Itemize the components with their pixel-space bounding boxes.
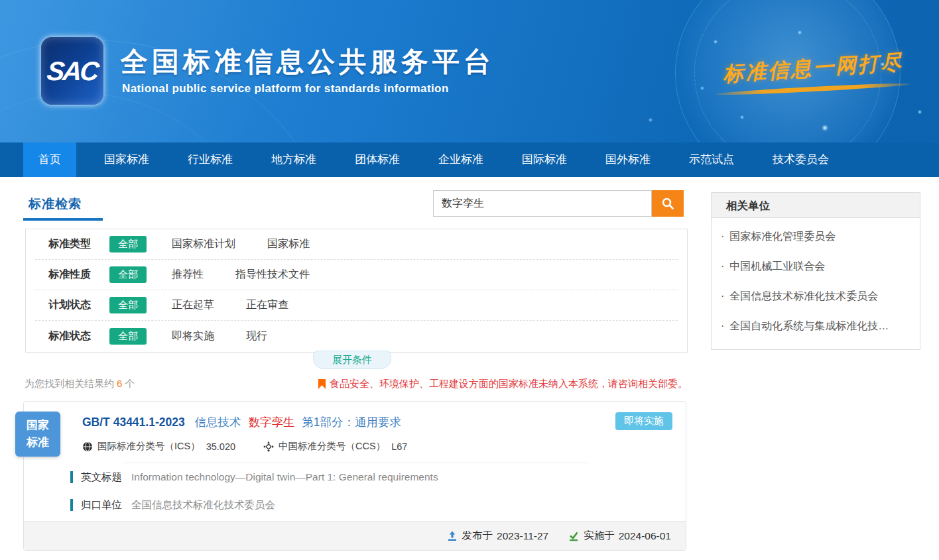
nav-item-local-standards[interactable]: 地方标准 xyxy=(261,142,327,177)
standard-type-badge: 国家 标准 xyxy=(15,412,60,457)
standard-code: GB/T 43441.1-2023 xyxy=(82,416,185,429)
nav-item-international-standards[interactable]: 国际标准 xyxy=(511,142,578,177)
upload-icon xyxy=(447,531,458,541)
filter-option[interactable]: 正在审查 xyxy=(246,298,288,312)
notice-text: 食品安全、环境保护、工程建设方面的国家标准未纳入本系统，请咨询相关部委。 xyxy=(330,378,688,390)
title-underline xyxy=(23,218,103,221)
main-nav: 首页 国家标准 行业标准 地方标准 团体标准 企业标准 国际标准 国外标准 示范… xyxy=(0,142,939,177)
nav-item-industry-standards[interactable]: 行业标准 xyxy=(177,142,243,177)
content: 标准检索 标准类型 全部 国家标准计划 国家标准 标准性质 xyxy=(0,177,939,560)
standard-result-card: 国家 标准 GB/T 43441.1-2023 信息技术 数字孪生 第1部分：通… xyxy=(23,401,686,551)
nav-item-technical-committee[interactable]: 技术委员会 xyxy=(762,142,840,177)
ics-label: 国际标准分类号（ICS） xyxy=(97,440,200,453)
divider xyxy=(123,463,589,463)
filter-option[interactable]: 现行 xyxy=(246,329,267,343)
filter-box: 标准类型 全部 国家标准计划 国家标准 标准性质 全部 推荐性 指导性技术文件 … xyxy=(25,229,688,353)
filter-option[interactable]: 即将实施 xyxy=(172,329,214,343)
nav-item-pilot[interactable]: 示范试点 xyxy=(678,142,745,177)
system-notice: 食品安全、环境保护、工程建设方面的国家标准未纳入本系统，请咨询相关部委。 xyxy=(318,378,688,390)
result-count-number: 6 xyxy=(117,378,122,389)
filter-option[interactable]: 正在起草 xyxy=(172,298,214,312)
published-date-item: 发布于 2023-11-27 xyxy=(447,529,549,543)
standard-title-link[interactable]: GB/T 43441.1-2023 信息技术 数字孪生 第1部分：通用要求 xyxy=(82,414,599,430)
filter-row-plan-status: 计划状态 全部 正在起草 正在审查 xyxy=(35,290,678,321)
sac-logo-text: SAC xyxy=(46,56,99,86)
standard-title-highlight: 数字孪生 xyxy=(248,416,294,429)
expand-conditions-button[interactable]: 展开条件 xyxy=(313,351,391,369)
filter-label: 标准类型 xyxy=(48,237,109,251)
compass-icon xyxy=(263,441,274,452)
bookmark-icon xyxy=(318,379,326,389)
row-accent-bar xyxy=(70,499,73,511)
filter-label: 标准性质 xyxy=(48,268,109,282)
page: SAC 全国标准信息公共服务平台 National public service… xyxy=(0,0,939,560)
related-unit-link[interactable]: 中国机械工业联合会 xyxy=(712,252,920,282)
search-input[interactable] xyxy=(433,190,652,217)
filter-row-standard-status: 标准状态 全部 即将实施 现行 xyxy=(35,321,678,351)
nav-item-foreign-standards[interactable]: 国外标准 xyxy=(595,142,661,177)
committee-row: 归口单位 全国信息技术标准化技术委员会 xyxy=(70,491,686,519)
row-accent-bar xyxy=(70,471,73,483)
filter-option[interactable]: 国家标准 xyxy=(267,237,310,251)
published-label: 发布于 xyxy=(462,529,493,543)
filter-all-button[interactable]: 全部 xyxy=(109,328,147,345)
ccs-label: 中国标准分类号（CCS） xyxy=(279,440,385,453)
filter-all-button[interactable]: 全部 xyxy=(109,266,147,283)
filter-all-button[interactable]: 全部 xyxy=(109,297,147,313)
badge-line: 标准 xyxy=(27,434,49,451)
site-title: 全国标准信息公共服务平台 xyxy=(121,44,495,80)
search-button[interactable] xyxy=(652,190,684,217)
english-title-row: 英文标题 Information technology—Digital twin… xyxy=(70,463,686,491)
implemented-date-item: 实施于 2024-06-01 xyxy=(568,529,671,543)
page-title: 标准检索 xyxy=(29,196,82,213)
ics-value: 35.020 xyxy=(206,441,235,452)
ccs-value: L67 xyxy=(391,441,407,452)
check-icon xyxy=(568,531,579,541)
filter-option[interactable]: 推荐性 xyxy=(172,268,204,282)
related-units-title: 相关单位 xyxy=(712,193,920,218)
filter-row-standard-type: 标准类型 全部 国家标准计划 国家标准 xyxy=(35,229,678,260)
globe-icon xyxy=(82,441,93,452)
card-head: GB/T 43441.1-2023 信息技术 数字孪生 第1部分：通用要求 即将… xyxy=(24,402,686,463)
sac-logo[interactable]: SAC xyxy=(41,37,103,105)
nav-list: 首页 国家标准 行业标准 地方标准 团体标准 企业标准 国际标准 国外标准 示范… xyxy=(0,142,939,177)
result-count-prefix: 为您找到相关结果约 xyxy=(25,378,114,389)
badge-line: 国家 xyxy=(27,417,49,434)
filter-label: 计划状态 xyxy=(48,298,109,312)
nav-item-group-standards[interactable]: 团体标准 xyxy=(344,142,410,177)
result-info-row: 为您找到相关结果约6个 食品安全、环境保护、工程建设方面的国家标准未纳入本系统，… xyxy=(25,378,688,390)
main-column: 标准检索 标准类型 全部 国家标准计划 国家标准 标准性质 xyxy=(23,177,688,560)
implemented-label: 实施于 xyxy=(584,529,615,543)
related-unit-link[interactable]: 全国自动化系统与集成标准化技… xyxy=(712,311,920,341)
site-header: SAC 全国标准信息公共服务平台 National public service… xyxy=(0,0,939,142)
filter-option[interactable]: 指导性技术文件 xyxy=(235,268,310,282)
related-units-panel: 相关单位 国家标准化管理委员会 中国机械工业联合会 全国信息技术标准化技术委员会… xyxy=(711,192,920,350)
search-icon xyxy=(661,197,674,210)
decor-stars xyxy=(0,0,1,1)
result-count: 为您找到相关结果约6个 xyxy=(25,378,135,390)
site-subtitle: National public service platform for sta… xyxy=(122,82,449,95)
row-value: Information technology—Digital twin—Part… xyxy=(131,471,438,483)
card-footer: 发布于 2023-11-27 实施于 2024-06-01 xyxy=(24,521,686,550)
related-unit-link[interactable]: 国家标准化管理委员会 xyxy=(712,222,920,252)
filter-option[interactable]: 国家标准计划 xyxy=(172,237,235,251)
row-label: 归口单位 xyxy=(81,498,122,512)
row-value: 全国信息技术标准化技术委员会 xyxy=(131,498,275,512)
filter-label: 标准状态 xyxy=(48,329,109,343)
nav-item-national-standards[interactable]: 国家标准 xyxy=(94,142,160,177)
nav-item-home[interactable]: 首页 xyxy=(23,142,76,177)
result-count-suffix: 个 xyxy=(125,378,135,389)
implemented-date: 2024-06-01 xyxy=(619,530,671,542)
nav-item-enterprise-standards[interactable]: 企业标准 xyxy=(428,142,494,177)
standard-title-seg: 信息技术 xyxy=(195,416,241,429)
classification-meta: 国际标准分类号（ICS） 35.020 中国标准分类号（CCS） L67 xyxy=(82,440,599,453)
row-label: 英文标题 xyxy=(81,471,122,484)
related-unit-link[interactable]: 全国信息技术标准化技术委员会 xyxy=(712,282,920,311)
filter-all-button[interactable]: 全部 xyxy=(109,236,147,252)
standard-title-seg: 第1部分：通用要求 xyxy=(302,416,401,429)
status-badge: 即将实施 xyxy=(615,412,672,430)
filter-row-standard-nature: 标准性质 全部 推荐性 指导性技术文件 xyxy=(35,260,678,290)
related-units-list: 国家标准化管理委员会 中国机械工业联合会 全国信息技术标准化技术委员会 全国自动… xyxy=(712,218,920,349)
published-date: 2023-11-27 xyxy=(497,530,548,542)
